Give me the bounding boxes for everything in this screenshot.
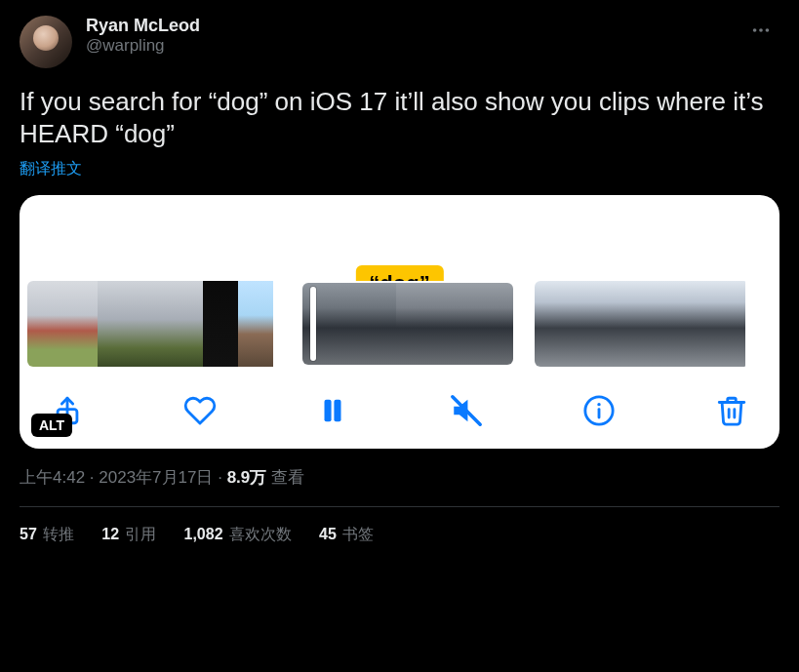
info-icon[interactable]: [582, 394, 616, 427]
svg-point-9: [597, 403, 600, 406]
tweet: Ryan McLeod @warpling If you search for …: [0, 0, 799, 555]
timeline-frame: [443, 283, 490, 365]
clip-group-2-active[interactable]: [300, 281, 515, 367]
user-handle: @warpling: [86, 36, 742, 56]
clip-group-1[interactable]: [27, 281, 281, 367]
views-label: 查看: [266, 468, 304, 487]
playhead-icon[interactable]: [310, 287, 316, 361]
timeline-frame: [490, 283, 515, 365]
timeline-frame: [396, 283, 443, 365]
timeline-frame: [133, 281, 168, 367]
video-timeline[interactable]: [20, 281, 779, 378]
timeline-frame: [605, 281, 640, 367]
tweet-text: If you search for “dog” on iOS 17 it’ll …: [20, 86, 779, 149]
trash-icon[interactable]: [715, 394, 748, 427]
engagement-stats: 57 转推 12 引用 1,082 喜欢次数 45 书签: [20, 507, 779, 545]
svg-point-2: [766, 28, 770, 32]
mute-icon[interactable]: [450, 394, 483, 427]
timeline-frame: [98, 281, 133, 367]
timeline-frame: [238, 281, 273, 367]
pause-icon[interactable]: [316, 394, 349, 427]
translate-link[interactable]: 翻译推文: [20, 159, 82, 179]
more-options-icon[interactable]: [742, 16, 779, 45]
retweets-stat[interactable]: 57 转推: [20, 525, 74, 545]
avatar[interactable]: [20, 16, 72, 68]
timeline-frame: [349, 283, 396, 365]
timeline-frame: [640, 281, 675, 367]
svg-point-0: [753, 28, 757, 32]
svg-point-1: [759, 28, 763, 32]
author-names[interactable]: Ryan McLeod @warpling: [86, 16, 742, 56]
likes-stat[interactable]: 1,082 喜欢次数: [184, 525, 293, 545]
tweet-header: Ryan McLeod @warpling: [20, 16, 779, 68]
timeline-frame: [168, 281, 203, 367]
timeline-frame: [675, 281, 710, 367]
timeline-frame: [27, 281, 62, 367]
timeline-frame: [535, 281, 570, 367]
alt-badge[interactable]: ALT: [31, 414, 72, 437]
views-count: 8.9万: [227, 468, 267, 487]
timeline-frame: [570, 281, 605, 367]
display-name: Ryan McLeod: [86, 16, 742, 36]
heart-icon[interactable]: [183, 394, 217, 427]
clip-group-3[interactable]: [535, 281, 749, 367]
quotes-stat[interactable]: 12 引用: [101, 525, 156, 545]
tweet-meta: 上午4:42 · 2023年7月17日 · 8.9万 查看: [20, 466, 779, 489]
timeline-frame: [710, 281, 745, 367]
timeline-frame: [203, 281, 238, 367]
bookmarks-stat[interactable]: 45 书签: [319, 525, 374, 545]
media-controls: [20, 378, 779, 449]
svg-rect-4: [325, 400, 332, 422]
tweet-date[interactable]: 2023年7月17日: [99, 468, 213, 487]
tweet-time[interactable]: 上午4:42: [20, 468, 85, 487]
media-card[interactable]: “dog”: [20, 195, 779, 449]
timeline-frame: [62, 281, 98, 367]
svg-rect-5: [335, 400, 341, 422]
